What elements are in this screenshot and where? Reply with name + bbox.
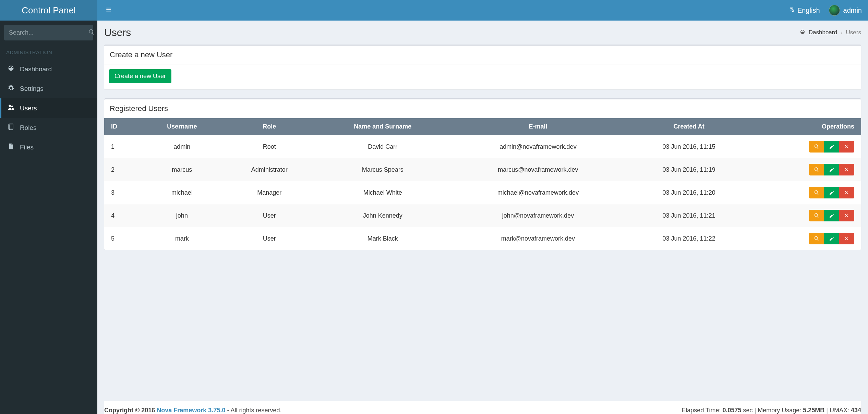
pencil-icon [829, 167, 834, 172]
page-header: Users Dashboard › Users [104, 27, 861, 38]
sidebar-search[interactable] [4, 25, 93, 40]
col-id: ID [104, 118, 141, 135]
elapsed-label: Elapsed Time: [682, 407, 722, 414]
dashboard-icon [7, 65, 15, 73]
close-icon [844, 236, 849, 241]
delete-button[interactable] [839, 233, 854, 244]
footer-right: Elapsed Time: 0.0575 sec | Memory Usage:… [682, 407, 861, 414]
sidebar-item-dashboard[interactable]: Dashboard [0, 59, 97, 79]
sidebar-item-label: Roles [20, 124, 37, 132]
breadcrumb-root[interactable]: Dashboard [809, 29, 837, 36]
delete-button[interactable] [839, 210, 854, 221]
sidebar-item-roles[interactable]: Roles [0, 118, 97, 137]
mem-value: 5.25MB [803, 407, 824, 414]
rights-text: - All rights reserved. [227, 407, 281, 414]
topbar: Control Panel English admin [0, 0, 868, 21]
close-icon [844, 144, 849, 149]
framework-link[interactable]: Nova Framework 3.75.0 [157, 407, 225, 414]
cell-created: 03 Jun 2016, 11:20 [627, 181, 751, 204]
panel-title: Registered Users [104, 99, 861, 118]
cell-operations [751, 204, 861, 227]
table-header-row: ID Username Role Name and Surname E-mail… [104, 118, 861, 135]
language-switcher[interactable]: English [789, 7, 820, 14]
edit-button[interactable] [824, 187, 839, 198]
delete-button[interactable] [839, 164, 854, 175]
cell-email: marcus@novaframework.dev [449, 158, 627, 181]
nav-section-header: ADMINISTRATION [0, 45, 97, 59]
mem-label: sec | Memory Usage: [743, 407, 803, 414]
pencil-icon [829, 190, 834, 195]
topbar-right: English admin [97, 0, 868, 21]
edit-button[interactable] [824, 164, 839, 175]
brand[interactable]: Control Panel [0, 0, 97, 21]
cell-email: john@novaframework.dev [449, 204, 627, 227]
cell-operations [751, 135, 861, 158]
cell-role: Manager [222, 181, 316, 204]
col-email: E-mail [449, 118, 627, 135]
search-icon [814, 190, 819, 195]
menu-icon [106, 7, 112, 14]
search-icon[interactable] [88, 29, 95, 37]
registered-users-panel: Registered Users ID Username Role Name a… [104, 98, 861, 250]
view-button[interactable] [809, 164, 824, 175]
cell-name: Michael White [316, 181, 449, 204]
sidebar-item-files[interactable]: Files [0, 137, 97, 157]
pencil-icon [829, 213, 834, 218]
breadcrumb: Dashboard › Users [800, 29, 861, 36]
edit-button[interactable] [824, 210, 839, 221]
main-content: Users Dashboard › Users Create a new Use… [97, 21, 868, 414]
username-label: admin [843, 7, 862, 14]
breadcrumb-current: Users [846, 29, 861, 36]
pencil-icon [829, 144, 834, 149]
cell-operations [751, 158, 861, 181]
create-user-button[interactable]: Create a new User [109, 69, 171, 83]
table-row: 4johnUserJohn Kennedyjohn@novaframework.… [104, 204, 861, 227]
cell-id: 1 [104, 135, 141, 158]
sidebar-item-label: Dashboard [20, 65, 52, 73]
close-icon [844, 213, 849, 218]
view-button[interactable] [809, 141, 824, 153]
cell-username: mark [141, 227, 222, 250]
col-role: Role [222, 118, 316, 135]
cell-role: Root [222, 135, 316, 158]
view-button[interactable] [809, 210, 824, 221]
cell-role: User [222, 227, 316, 250]
table-row: 5markUserMark Blackmark@novaframework.de… [104, 227, 861, 250]
umax-label: | UMAX: [826, 407, 851, 414]
footer-left: Copyright © 2016 Nova Framework 3.75.0 -… [104, 407, 282, 414]
user-menu[interactable]: admin [829, 5, 862, 16]
table-row: 3michaelManagerMichael Whitemichael@nova… [104, 181, 861, 204]
cell-username: marcus [141, 158, 222, 181]
users-table: ID Username Role Name and Surname E-mail… [104, 118, 861, 250]
search-icon [814, 144, 819, 149]
cell-created: 03 Jun 2016, 11:19 [627, 158, 751, 181]
close-icon [844, 167, 849, 172]
table-row: 2marcusAdministratorMarcus Spearsmarcus@… [104, 158, 861, 181]
cell-email: michael@novaframework.dev [449, 181, 627, 204]
sidebar-item-label: Users [20, 105, 37, 112]
cell-email: admin@novaframework.dev [449, 135, 627, 158]
sidebar: ADMINISTRATION Dashboard Settings Users … [0, 21, 97, 414]
search-icon [814, 236, 819, 241]
delete-button[interactable] [839, 141, 854, 153]
search-icon [814, 213, 819, 218]
dashboard-icon [800, 29, 805, 36]
sidebar-toggle[interactable] [104, 4, 114, 16]
sidebar-item-settings[interactable]: Settings [0, 79, 97, 98]
language-label: English [797, 7, 820, 14]
edit-button[interactable] [824, 141, 839, 153]
cell-name: David Carr [316, 135, 449, 158]
cell-id: 4 [104, 204, 141, 227]
search-input[interactable] [9, 29, 88, 36]
cell-username: admin [141, 135, 222, 158]
delete-button[interactable] [839, 187, 854, 198]
top-actions: English admin [789, 5, 862, 16]
view-button[interactable] [809, 233, 824, 244]
edit-button[interactable] [824, 233, 839, 244]
view-button[interactable] [809, 187, 824, 198]
col-username: Username [141, 118, 222, 135]
cell-operations [751, 181, 861, 204]
cell-role: User [222, 204, 316, 227]
users-icon [7, 104, 15, 112]
sidebar-item-users[interactable]: Users [0, 98, 97, 118]
